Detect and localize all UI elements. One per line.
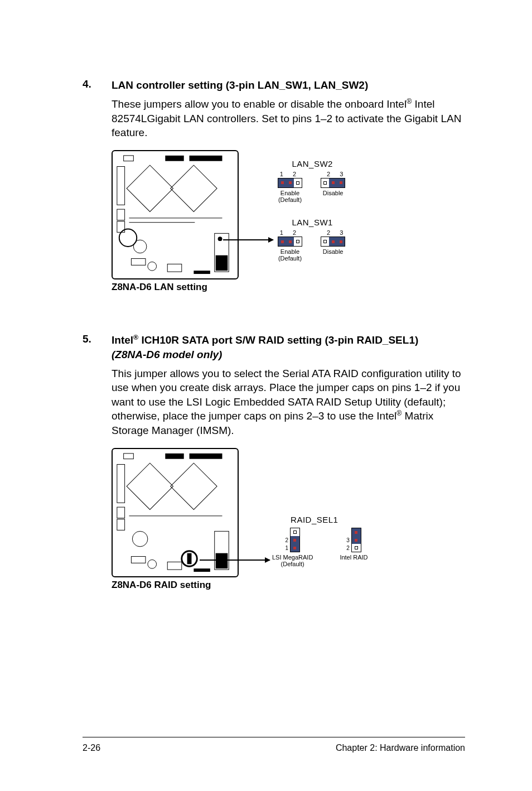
svg-rect-23 [117,465,125,503]
lan-diagram: Z8NA-D6 LAN setting LAN_SW2 1 2 Enable(D… [112,150,465,293]
svg-point-12 [148,262,157,271]
lan-jumper-column: LAN_SW2 1 2 Enable(Default) 2 3 [278,150,347,262]
jumper-caption: Intel RAID [340,554,367,561]
svg-rect-33 [194,568,210,572]
svg-rect-37 [187,553,192,565]
registered-icon: ® [133,334,138,341]
svg-rect-14 [216,255,228,271]
board-svg [113,449,238,576]
jumper-caption: Enable(Default) [278,190,302,203]
section-body: These jumpers allow you to enable or dis… [112,97,465,140]
raid-jumper-column: RAID_SEL1 2 1 [272,448,368,567]
jumper-label: LAN_SW1 [278,218,347,227]
pin-numbers: 1 2 [280,171,300,177]
section-heading: LAN controller setting (3-pin LAN_SW1, L… [112,78,368,93]
svg-rect-24 [117,507,125,518]
jumper-block [290,528,300,552]
svg-rect-34 [167,562,182,570]
svg-point-30 [148,560,157,568]
svg-rect-26 [127,463,173,509]
svg-point-28 [132,531,148,547]
diagram-caption: Z8NA-D6 RAID setting [112,580,239,591]
jumper-block [321,237,345,247]
arrow-icon [200,560,270,561]
svg-rect-2 [165,156,183,161]
svg-rect-3 [190,156,223,161]
svg-rect-5 [117,209,125,220]
diagram-caption: Z8NA-D6 LAN setting [112,282,239,293]
section-number: 5. [83,333,112,362]
svg-rect-7 [127,165,173,211]
svg-rect-22 [190,454,223,459]
svg-rect-4 [117,166,125,205]
svg-rect-21 [165,454,183,459]
svg-rect-8 [171,165,217,211]
pin-numbers: 2 3 [319,229,347,236]
motherboard-outline [112,150,239,279]
section-heading: Intel® ICH10R SATA port S/W RAID setting… [112,333,418,362]
pin-numbers: 2 3 [319,171,347,177]
jumper-label: LAN_SW2 [278,159,347,168]
svg-rect-27 [171,463,217,509]
section-number: 4. [83,78,112,93]
pin-numbers: 3 2 [346,528,350,552]
svg-rect-11 [131,258,146,265]
page-footer: 2-26 Chapter 2: Hardware information [83,737,465,753]
registered-icon: ® [396,409,402,417]
board-svg [113,151,238,278]
page-number: 2-26 [83,743,100,753]
section-body: This jumper allows you to select the Ser… [112,366,465,438]
pin-numbers: 2 1 [285,528,288,552]
svg-rect-32 [216,553,228,569]
jumper-caption: Disable [323,248,344,255]
jumper-block [321,178,345,188]
jumper-caption: Enable(Default) [278,248,302,262]
svg-point-19 [218,237,223,241]
jumper-block [351,528,361,552]
raid-diagram: Z8NA-D6 RAID setting RAID_SEL1 2 1 [112,448,465,591]
svg-rect-16 [167,264,182,272]
svg-rect-1 [124,156,134,161]
jumper-label: RAID_SEL1 [261,515,368,524]
svg-rect-20 [124,454,134,459]
registered-icon: ® [407,98,412,105]
body-pre: These jumpers allow you to enable or dis… [112,98,407,110]
chapter-label: Chapter 2: Hardware information [336,743,465,753]
jumper-block [278,237,302,247]
jumper-block [278,178,302,188]
pin-numbers: 1 2 [280,229,300,236]
motherboard-outline [112,448,239,577]
jumper-caption: LSI MegaRAID(Default) [272,554,313,567]
svg-point-10 [133,240,147,253]
jumper-caption: Disable [323,190,344,196]
svg-rect-15 [194,271,210,274]
svg-rect-25 [117,519,125,530]
heading-subtitle: (Z8NA-D6 model only) [112,349,222,360]
arrow-icon [223,239,273,240]
svg-rect-29 [131,557,146,563]
